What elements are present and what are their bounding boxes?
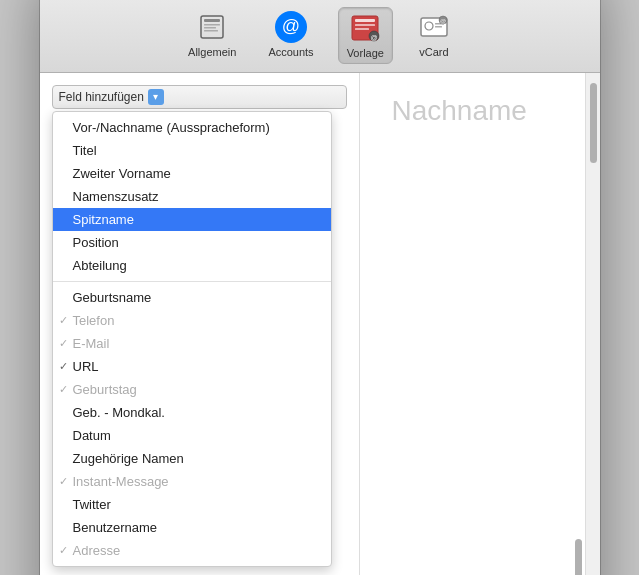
- svg-rect-2: [204, 24, 220, 26]
- toolbar: Allgemein @ Accounts @ Vorlage: [40, 0, 600, 73]
- toolbar-item-vcard[interactable]: @ vCard: [409, 7, 459, 64]
- menu-item-adresse: Adresse: [53, 539, 331, 562]
- menu-item-zugehoerige-namen[interactable]: Zugehörige Namen: [53, 447, 331, 470]
- toolbar-item-allgemein[interactable]: Allgemein: [180, 7, 244, 64]
- dropdown-menu: Vor-/Nachname (Ausspracheform) Titel Zwe…: [52, 111, 332, 567]
- menu-item-datum[interactable]: Datum: [53, 424, 331, 447]
- scrollbar[interactable]: [585, 73, 600, 576]
- content-area: Feld hinzufügen ▾ Vor-/Nachname (Ausspra…: [40, 73, 600, 576]
- svg-rect-7: [355, 24, 375, 26]
- add-field-label: Feld hinzufügen: [59, 90, 144, 104]
- left-panel: Feld hinzufügen ▾ Vor-/Nachname (Ausspra…: [40, 73, 360, 576]
- accounts-label: Accounts: [268, 46, 313, 58]
- svg-rect-8: [355, 28, 369, 30]
- menu-item-email: E-Mail: [53, 332, 331, 355]
- menu-item-geb-mondkal[interactable]: Geb. - Mondkal.: [53, 401, 331, 424]
- general-icon: [196, 11, 228, 43]
- accounts-icon: @: [275, 11, 307, 43]
- svg-rect-4: [204, 30, 218, 32]
- menu-section-2: Geburtsname Telefon E-Mail URL Geburtsta…: [53, 281, 331, 566]
- menu-item-titel[interactable]: Titel: [53, 139, 331, 162]
- toolbar-item-vorlage[interactable]: @ Vorlage: [338, 7, 393, 64]
- allgemein-label: Allgemein: [188, 46, 236, 58]
- svg-rect-6: [355, 19, 375, 22]
- svg-rect-3: [204, 27, 216, 29]
- menu-item-abteilung[interactable]: Abteilung: [53, 254, 331, 277]
- vcard-label: vCard: [419, 46, 448, 58]
- menu-item-telefon: Telefon: [53, 309, 331, 332]
- menu-item-namenszusatz[interactable]: Namenszusatz: [53, 185, 331, 208]
- menu-item-geburtstag: Geburtstag: [53, 378, 331, 401]
- menu-item-geburtsname[interactable]: Geburtsname: [53, 286, 331, 309]
- main-window: Vorlage Allgemein @ Accounts: [40, 0, 600, 575]
- menu-item-spitzname[interactable]: Spitzname: [53, 208, 331, 231]
- menu-item-url[interactable]: URL: [53, 355, 331, 378]
- nachname-placeholder: Nachname: [372, 75, 547, 146]
- svg-text:@: @: [440, 18, 446, 24]
- svg-rect-1: [204, 19, 220, 22]
- scrollbar-thumb[interactable]: [590, 83, 597, 163]
- scrollbar-thumb[interactable]: [575, 539, 582, 576]
- vorlage-icon: @: [349, 12, 381, 44]
- add-field-button[interactable]: Feld hinzufügen ▾: [52, 85, 347, 109]
- svg-rect-14: [435, 26, 442, 28]
- menu-item-twitter[interactable]: Twitter: [53, 493, 331, 516]
- toolbar-item-accounts[interactable]: @ Accounts: [260, 7, 321, 64]
- right-panel: Nachname: [360, 73, 600, 576]
- menu-section-1: Vor-/Nachname (Ausspracheform) Titel Zwe…: [53, 112, 331, 281]
- menu-item-benutzername[interactable]: Benutzername: [53, 516, 331, 539]
- menu-item-zweiter-vorname[interactable]: Zweiter Vorname: [53, 162, 331, 185]
- vorlage-label: Vorlage: [347, 47, 384, 59]
- menu-item-instant-message: Instant-Message: [53, 470, 331, 493]
- vcard-icon: @: [418, 11, 450, 43]
- menu-item-position[interactable]: Position: [53, 231, 331, 254]
- menu-item-vor-nachname[interactable]: Vor-/Nachname (Ausspracheform): [53, 116, 331, 139]
- dropdown-arrow-icon: ▾: [148, 89, 164, 105]
- svg-text:@: @: [371, 34, 378, 41]
